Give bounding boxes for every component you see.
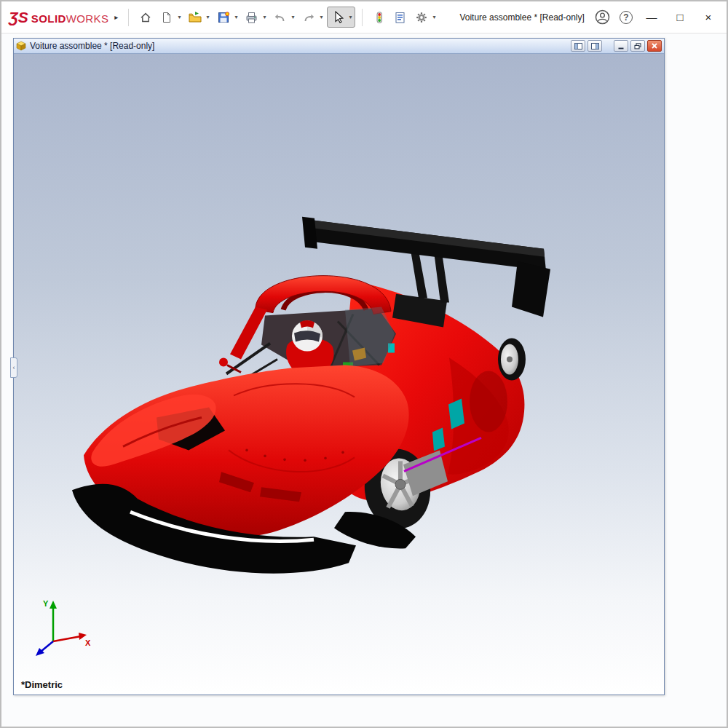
orientation-triad[interactable]: Y X bbox=[28, 596, 94, 658]
assembly-cube-icon bbox=[16, 41, 26, 51]
featuremanager-collapsed-tab[interactable]: ‹ bbox=[10, 357, 17, 378]
minimize-icon: — bbox=[646, 11, 657, 23]
save-floppy-icon bbox=[218, 12, 229, 23]
pane-right-button[interactable] bbox=[587, 40, 602, 52]
doc-restore-button[interactable] bbox=[630, 40, 645, 52]
active-document-title: Voiture assomblee * [Read-only] bbox=[459, 12, 584, 23]
pane-left-button[interactable] bbox=[571, 40, 585, 52]
close-icon: × bbox=[705, 11, 712, 23]
account-button[interactable] bbox=[595, 9, 610, 25]
redo-button[interactable] bbox=[299, 8, 317, 26]
open-button[interactable] bbox=[186, 8, 204, 26]
undo-dropdown[interactable]: ▾ bbox=[289, 14, 296, 20]
solidworks-logo: ƷS SOLIDWORKS bbox=[9, 9, 108, 26]
doc-close-icon bbox=[651, 42, 658, 50]
save-group: ▾ bbox=[213, 7, 240, 27]
new-document-group: ▾ bbox=[157, 7, 183, 27]
app-maximize-button[interactable]: □ bbox=[670, 8, 689, 27]
panel-collapse-icon: ‹ bbox=[13, 364, 15, 371]
options-dropdown[interactable]: ▾ bbox=[430, 14, 438, 20]
new-document-button[interactable] bbox=[157, 8, 175, 26]
options-group: ▾ bbox=[411, 7, 438, 27]
new-document-icon bbox=[161, 12, 173, 23]
doc-restore-icon bbox=[634, 43, 641, 50]
dassault-logo-icon: ƷS bbox=[9, 9, 28, 26]
pane-right-icon bbox=[591, 43, 599, 50]
help-icon: ? bbox=[620, 11, 633, 24]
solidworks-app-window: ƷS SOLIDWORKS ▸ ▾ ▾ ▾ bbox=[0, 0, 728, 728]
user-account-icon bbox=[595, 9, 610, 25]
document-titlebar[interactable]: Voiture assomblee * [Read-only] bbox=[14, 39, 664, 54]
app-title-bar: ƷS SOLIDWORKS ▸ ▾ ▾ ▾ bbox=[1, 1, 727, 33]
new-document-dropdown[interactable]: ▾ bbox=[175, 14, 183, 20]
triad-x-label: X bbox=[85, 638, 91, 647]
print-group: ▾ bbox=[242, 7, 269, 27]
home-group bbox=[135, 7, 155, 27]
triad-y-arrow[interactable] bbox=[50, 601, 57, 609]
mdi-workspace: Voiture assomblee * [Read-only] bbox=[1, 33, 727, 726]
options-button[interactable] bbox=[412, 8, 430, 26]
view-orientation-label: *Dimetric bbox=[21, 679, 63, 690]
help-button[interactable]: ? bbox=[620, 11, 633, 24]
print-icon bbox=[245, 12, 258, 23]
file-properties-group bbox=[390, 7, 410, 27]
select-dropdown[interactable]: ▾ bbox=[347, 14, 354, 20]
rear-right-wheel[interactable] bbox=[498, 339, 526, 381]
triad-y-label: Y bbox=[43, 599, 49, 608]
select-button[interactable] bbox=[328, 8, 347, 26]
document-window-buttons bbox=[571, 40, 662, 52]
undo-group: ▾ bbox=[270, 7, 297, 27]
save-button[interactable] bbox=[214, 8, 232, 26]
brand-name: SOLIDWORKS bbox=[31, 12, 109, 25]
redo-group: ▾ bbox=[298, 7, 325, 27]
home-icon bbox=[140, 12, 151, 23]
print-dropdown[interactable]: ▾ bbox=[261, 14, 268, 20]
brand-light: WORKS bbox=[66, 12, 109, 25]
open-dropdown[interactable]: ▾ bbox=[204, 14, 211, 20]
select-tool-group: ▾ bbox=[327, 7, 355, 28]
open-group: ▾ bbox=[185, 7, 212, 27]
rebuild-button[interactable] bbox=[370, 8, 388, 26]
file-properties-button[interactable] bbox=[391, 8, 409, 26]
file-properties-icon bbox=[395, 12, 405, 23]
menu-expand-caret-icon[interactable]: ▸ bbox=[114, 13, 118, 21]
undo-button[interactable] bbox=[271, 8, 289, 26]
undo-icon bbox=[274, 12, 286, 23]
pane-left-icon bbox=[574, 43, 582, 50]
rebuild-traffic-light-icon bbox=[373, 12, 385, 23]
doc-minimize-icon bbox=[617, 43, 625, 50]
select-cursor-icon bbox=[332, 11, 344, 23]
appbar-right-controls: ? — □ × bbox=[595, 8, 719, 27]
open-folder-icon bbox=[189, 12, 202, 23]
maximize-icon: □ bbox=[676, 11, 683, 23]
print-button[interactable] bbox=[242, 8, 261, 26]
rebuild-group bbox=[369, 7, 389, 27]
brand-bold: SOLID bbox=[31, 12, 66, 25]
app-minimize-button[interactable]: — bbox=[642, 8, 661, 27]
toolbar-separator bbox=[128, 9, 129, 26]
doc-close-button[interactable] bbox=[647, 40, 662, 52]
toolbar-separator bbox=[362, 9, 363, 26]
app-close-button[interactable]: × bbox=[699, 8, 718, 27]
redo-dropdown[interactable]: ▾ bbox=[317, 14, 325, 20]
home-button[interactable] bbox=[136, 8, 154, 26]
car-model-3d[interactable] bbox=[14, 54, 664, 695]
document-window-title: Voiture assomblee * [Read-only] bbox=[30, 41, 154, 51]
options-gear-icon bbox=[416, 12, 427, 23]
graphics-viewport[interactable]: Y X *Dimetric bbox=[14, 54, 664, 695]
side-mirror bbox=[219, 358, 228, 367]
save-dropdown[interactable]: ▾ bbox=[232, 14, 240, 20]
document-window: Voiture assomblee * [Read-only] bbox=[13, 38, 665, 695]
redo-icon bbox=[303, 12, 314, 23]
doc-minimize-button[interactable] bbox=[614, 40, 628, 52]
